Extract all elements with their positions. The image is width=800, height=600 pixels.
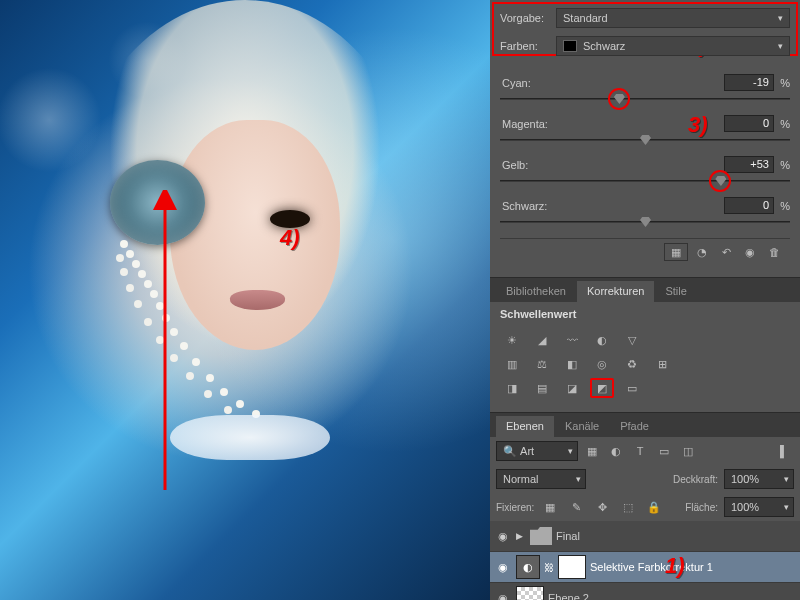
adjustments-panel: Bibliotheken Korrekturen Stile Schwellen…: [490, 278, 800, 413]
previous-state-icon[interactable]: ↶: [716, 243, 736, 261]
gelb-value[interactable]: +53: [724, 156, 774, 173]
opacity-input[interactable]: 100%: [724, 469, 794, 489]
selective-color-panel: 2) Vorgabe: Standard Farben: Schwarz Cya…: [490, 0, 800, 278]
lock-transparent-icon[interactable]: ▦: [540, 498, 560, 516]
layer-row-group[interactable]: ◉ ▶ Final: [490, 521, 800, 552]
layer-filter-dropdown[interactable]: 🔍 Art: [496, 441, 578, 461]
right-panel: 2) Vorgabe: Standard Farben: Schwarz Cya…: [490, 0, 800, 600]
image-content: [120, 240, 128, 248]
opacity-label: Deckkraft:: [673, 474, 718, 485]
clip-to-layer-icon[interactable]: ◔: [692, 243, 712, 261]
lock-all-icon[interactable]: 🔒: [644, 498, 664, 516]
lock-artboard-icon[interactable]: ⬚: [618, 498, 638, 516]
lock-position-icon[interactable]: ✥: [592, 498, 612, 516]
gelb-slider[interactable]: [500, 175, 790, 187]
threshold-icon[interactable]: ◪: [560, 378, 584, 398]
preset-label: Vorgabe:: [500, 12, 556, 24]
link-mask-icon[interactable]: ⛓: [544, 562, 554, 573]
fill-input[interactable]: 100%: [724, 497, 794, 517]
magenta-slider[interactable]: [500, 134, 790, 146]
vibrance-icon[interactable]: ▽: [620, 330, 644, 350]
folder-icon: [530, 527, 552, 545]
invert-icon[interactable]: ◨: [500, 378, 524, 398]
annotation-1: 1): [665, 553, 685, 579]
visibility-toggle[interactable]: ◉: [494, 592, 512, 601]
annotation-4: 4): [280, 225, 300, 251]
tab-paths[interactable]: Pfade: [610, 416, 659, 437]
tab-libraries[interactable]: Bibliotheken: [496, 281, 576, 302]
filter-adjust-icon[interactable]: ◐: [606, 442, 626, 460]
lock-label: Fixieren:: [496, 502, 534, 513]
image-content: [170, 415, 330, 460]
layer-name[interactable]: Ebene 2: [548, 592, 796, 600]
fill-label: Fläche:: [685, 502, 718, 513]
trash-icon[interactable]: 🗑: [764, 243, 784, 261]
visibility-toggle[interactable]: ◉: [494, 530, 512, 543]
colors-dropdown[interactable]: Schwarz: [556, 36, 790, 56]
schwarz-slider[interactable]: [500, 216, 790, 228]
selective-color-icon[interactable]: ◩: [590, 378, 614, 398]
lock-pixels-icon[interactable]: ✎: [566, 498, 586, 516]
gelb-label: Gelb:: [500, 159, 724, 171]
visibility-toggle[interactable]: ◉: [494, 561, 512, 574]
color-lookup-icon[interactable]: ⊞: [650, 354, 674, 374]
blend-mode-dropdown[interactable]: Normal: [496, 469, 586, 489]
filter-pixel-icon[interactable]: ▦: [582, 442, 602, 460]
cyan-label: Cyan:: [500, 77, 724, 89]
schwarz-value[interactable]: 0: [724, 197, 774, 214]
cyan-value[interactable]: -19: [724, 74, 774, 91]
filter-type-icon[interactable]: T: [630, 442, 650, 460]
magenta-value[interactable]: 0: [724, 115, 774, 132]
expand-arrow-icon[interactable]: ▶: [516, 531, 526, 541]
schwarz-label: Schwarz:: [500, 200, 724, 212]
toggle-absolute-icon[interactable]: ▦: [664, 243, 688, 261]
layers-panel: Ebenen Kanäle Pfade 🔍 Art ▦ ◐ T ▭ ◫ ▌ No…: [490, 413, 800, 600]
visibility-icon[interactable]: ◉: [740, 243, 760, 261]
layer-row-ebene2[interactable]: ◉ Ebene 2: [490, 583, 800, 600]
hue-sat-icon[interactable]: ▥: [500, 354, 524, 374]
filter-smart-icon[interactable]: ◫: [678, 442, 698, 460]
bw-icon[interactable]: ◧: [560, 354, 584, 374]
tab-channels[interactable]: Kanäle: [555, 416, 609, 437]
layer-name[interactable]: Selektive Farbkorrektur 1: [590, 561, 796, 573]
photo-filter-icon[interactable]: ◎: [590, 354, 614, 374]
layer-row-selective-color[interactable]: ◉ ◐ ⛓ Selektive Farbkorrektur 1: [490, 552, 800, 583]
brightness-contrast-icon[interactable]: ☀: [500, 330, 524, 350]
exposure-icon[interactable]: ◐: [590, 330, 614, 350]
adjustment-thumb-icon[interactable]: ◐: [516, 555, 540, 579]
gradient-map-icon[interactable]: ▭: [620, 378, 644, 398]
cyan-slider[interactable]: [500, 93, 790, 105]
image-content: [170, 120, 340, 350]
levels-icon[interactable]: ◢: [530, 330, 554, 350]
channel-mixer-icon[interactable]: ♻: [620, 354, 644, 374]
layer-thumb[interactable]: [516, 586, 544, 600]
preset-dropdown[interactable]: Standard: [556, 8, 790, 28]
tab-styles[interactable]: Stile: [655, 281, 696, 302]
posterize-icon[interactable]: ▤: [530, 378, 554, 398]
filter-toggle-icon[interactable]: ▌: [774, 442, 794, 460]
color-swatch: [563, 40, 577, 52]
color-balance-icon[interactable]: ⚖: [530, 354, 554, 374]
layer-name[interactable]: Final: [556, 530, 796, 542]
adjustment-hover-label: Schwellenwert: [490, 302, 800, 322]
tab-layers[interactable]: Ebenen: [496, 416, 554, 437]
tab-adjustments[interactable]: Korrekturen: [577, 281, 654, 302]
layer-list: ◉ ▶ Final ◉ ◐ ⛓ Selektive Farbkorrektur …: [490, 521, 800, 600]
mask-thumb[interactable]: [558, 555, 586, 579]
colors-label: Farben:: [500, 40, 556, 52]
document-canvas[interactable]: 4): [0, 0, 490, 600]
image-content: [110, 160, 205, 245]
curves-icon[interactable]: 〰: [560, 330, 584, 350]
filter-shape-icon[interactable]: ▭: [654, 442, 674, 460]
